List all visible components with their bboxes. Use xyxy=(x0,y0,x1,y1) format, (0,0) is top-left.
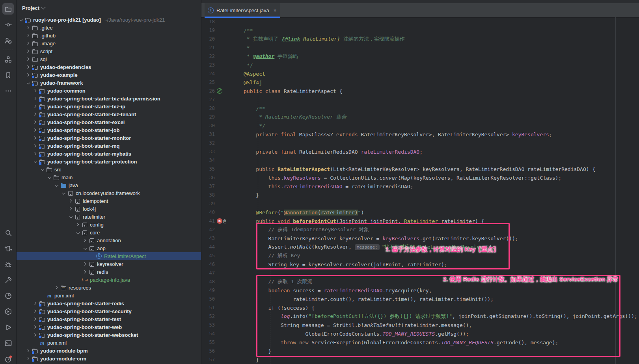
chevron-right-icon[interactable] xyxy=(26,64,32,70)
code-line-37[interactable]: 37 this.rateLimiterRedisDAO = rateLimite… xyxy=(201,182,639,191)
code-line-36[interactable]: 36 this.keyResolvers = CollectionUtils.c… xyxy=(201,173,639,182)
tree-item-yudao-spring-boot-starter-excel[interactable]: yudao-spring-boot-starter-excel xyxy=(17,118,201,126)
tree-item-yudao-spring-boot-starter-biz-data-permission[interactable]: yudao-spring-boot-starter-biz-data-permi… xyxy=(17,95,201,102)
tree-item-package-info-java[interactable]: package-info.java xyxy=(17,276,201,284)
tree-item-cn-iocoder-yudao-framework[interactable]: cn.iocoder.yudao.framework xyxy=(17,189,201,197)
code-line-28[interactable]: 28 /** xyxy=(201,104,639,113)
code-line-49[interactable]: 49 boolean success = rateLimiterRedisDAO… xyxy=(201,286,639,295)
more-tool-windows-icon[interactable] xyxy=(2,85,14,97)
profiler-icon[interactable] xyxy=(2,290,14,301)
tree-item-resources[interactable]: resources xyxy=(17,284,201,292)
code-line-57[interactable]: 57 } xyxy=(201,355,639,364)
chevron-right-icon[interactable] xyxy=(33,127,39,133)
tree-item-yudao-common[interactable]: yudao-common xyxy=(17,87,201,95)
run-anything-icon[interactable] xyxy=(2,243,14,254)
code-line-54[interactable]: 54 GlobalErrorCodeConstants.TOO_MANY_REQ… xyxy=(201,329,639,338)
tree-item-yudao-spring-boot-starter-monitor[interactable]: yudao-spring-boot-starter-monitor xyxy=(17,134,201,142)
chevron-right-icon[interactable] xyxy=(33,143,39,149)
commit-icon[interactable] xyxy=(2,19,14,30)
code-line-35[interactable]: 35 public RateLimiterAspect(List<RateLim… xyxy=(201,165,639,173)
editor-panel[interactable]: C RateLimiterAspect.java × 1819/**20 * 拦… xyxy=(201,0,639,364)
code-line-29[interactable]: 29 * RateLimiterKeyResolver 集合 xyxy=(201,113,639,121)
chevron-down-icon[interactable] xyxy=(68,214,74,220)
code-line-20[interactable]: 20 * 拦截声明了 {@link RateLimiter} 注解的方法，实现限… xyxy=(201,35,639,43)
annotation-gutter-icon[interactable]: @ xyxy=(223,218,226,224)
tree-item-yudao-dependencies[interactable]: yudao-dependencies xyxy=(17,63,201,71)
build-icon[interactable] xyxy=(2,274,14,286)
tree-item-yudao-spring-boot-starter-biz-tenant[interactable]: yudao-spring-boot-starter-biz-tenant xyxy=(17,110,201,118)
code-line-30[interactable]: 30 */ xyxy=(201,121,639,130)
chevron-right-icon[interactable] xyxy=(26,33,32,39)
code-line-47[interactable]: 47 xyxy=(201,269,639,277)
bookmarks-icon[interactable] xyxy=(2,69,14,81)
tree-item-ruoyi-vue-pro-jdk21-yudao-[interactable]: ruoyi-vue-pro-jdk21 [yudao]~/Java/ruoyi-… xyxy=(17,16,201,24)
chevron-right-icon[interactable] xyxy=(33,151,39,157)
code-line-41[interactable]: 41m@ public void beforePointCut(JoinPoin… xyxy=(201,217,639,225)
chevron-right-icon[interactable] xyxy=(26,56,32,62)
project-folder-icon[interactable] xyxy=(2,3,14,15)
tree-item-script[interactable]: script xyxy=(17,47,201,55)
chevron-right-icon[interactable] xyxy=(54,285,60,291)
code-line-38[interactable]: 38 } xyxy=(201,191,639,199)
chevron-right-icon[interactable] xyxy=(33,96,39,102)
run-icon[interactable] xyxy=(2,321,14,333)
chevron-right-icon[interactable] xyxy=(26,356,32,362)
tree-item-yudao-spring-boot-starter-web[interactable]: yudao-spring-boot-starter-web xyxy=(17,323,201,331)
tree-item-pom-xml[interactable]: mpom.xml xyxy=(17,339,201,347)
tree-item-yudao-module-crm[interactable]: yudao-module-crm xyxy=(17,355,201,362)
tree-item-sql[interactable]: sql xyxy=(17,55,201,63)
code-line-42[interactable]: 42 // 获得 IdempotentKeyResolver 对象 xyxy=(201,225,639,234)
tree-item-yudao-spring-boot-starter-job[interactable]: yudao-spring-boot-starter-job xyxy=(17,126,201,134)
chevron-right-icon[interactable] xyxy=(82,238,88,243)
code-line-24[interactable]: 24@Aspect xyxy=(201,69,639,78)
terminal-icon[interactable] xyxy=(2,337,14,349)
structure-icon[interactable] xyxy=(2,54,14,65)
code-line-19[interactable]: 19/** xyxy=(201,26,639,35)
tree-item-redis[interactable]: redis xyxy=(17,268,201,276)
tree-item-yudao-spring-boot-starter-mq[interactable]: yudao-spring-boot-starter-mq xyxy=(17,142,201,150)
tree-item-java[interactable]: java xyxy=(17,181,201,189)
code-editor[interactable]: 1819/**20 * 拦截声明了 {@link RateLimiter} 注解… xyxy=(201,17,639,364)
code-line-44[interactable]: 44 Assert.notNull(keyResolver, message:"… xyxy=(201,243,639,251)
code-line-25[interactable]: 25@Slf4j xyxy=(201,78,639,87)
tree-item-yudao-module-bpm[interactable]: yudao-module-bpm xyxy=(17,347,201,355)
pull-requests-icon[interactable] xyxy=(2,35,14,46)
debug-icon[interactable] xyxy=(2,258,14,270)
chevron-right-icon[interactable] xyxy=(26,48,32,54)
tree-item-src[interactable]: src xyxy=(17,165,201,173)
tree-item-yudao-spring-boot-starter-test[interactable]: yudao-spring-boot-starter-test xyxy=(17,315,201,323)
code-line-26[interactable]: 26public class RateLimiterAspect { xyxy=(201,87,639,95)
code-line-23[interactable]: 23 */ xyxy=(201,61,639,69)
chevron-right-icon[interactable] xyxy=(26,25,32,31)
tree-item-yudao-example[interactable]: yudao-example xyxy=(17,71,201,79)
code-line-51[interactable]: 51 if (!success) { xyxy=(201,303,639,312)
chevron-right-icon[interactable] xyxy=(68,206,74,212)
tree-item-annotation[interactable]: annotation xyxy=(17,236,201,244)
chevron-right-icon[interactable] xyxy=(33,316,39,322)
tree-item-idempotent[interactable]: idempotent xyxy=(17,197,201,205)
chevron-right-icon[interactable] xyxy=(26,72,32,78)
chevron-down-icon[interactable] xyxy=(19,17,24,23)
tree-item--github[interactable]: .github xyxy=(17,32,201,39)
chevron-down-icon[interactable] xyxy=(33,159,39,165)
tree-item-core[interactable]: core xyxy=(17,228,201,236)
tree-item-yudao-spring-boot-starter-protection[interactable]: yudao-spring-boot-starter-protection xyxy=(17,158,201,165)
chevron-down-icon[interactable] xyxy=(54,182,60,188)
tree-item-keyresolver[interactable]: keyresolver xyxy=(17,260,201,268)
chevron-right-icon[interactable] xyxy=(33,104,39,110)
code-line-22[interactable]: 22 * @author 芋道源码 xyxy=(201,52,639,61)
tree-item-yudao-spring-boot-starter-biz-ip[interactable]: yudao-spring-boot-starter-biz-ip xyxy=(17,102,201,110)
tab-close-icon[interactable]: × xyxy=(274,7,277,13)
project-tree[interactable]: ruoyi-vue-pro-jdk21 [yudao]~/Java/ruoyi-… xyxy=(17,16,201,362)
tree-item-pom-xml[interactable]: mpom.xml xyxy=(17,292,201,299)
services-icon[interactable] xyxy=(2,306,14,317)
code-line-34[interactable]: 34 xyxy=(201,156,639,165)
chevron-right-icon[interactable] xyxy=(82,261,88,267)
chevron-right-icon[interactable] xyxy=(26,348,32,354)
code-line-53[interactable]: 53 String message = StrUtil.blankToDefau… xyxy=(201,321,639,329)
tree-item-yudao-spring-boot-starter-mybatis[interactable]: yudao-spring-boot-starter-mybatis xyxy=(17,150,201,158)
code-line-27[interactable]: 27 xyxy=(201,95,639,104)
tree-item-yudao-framework[interactable]: yudao-framework xyxy=(17,79,201,87)
problems-icon[interactable] xyxy=(2,353,14,364)
tree-item-lock4j[interactable]: lock4j xyxy=(17,205,201,213)
